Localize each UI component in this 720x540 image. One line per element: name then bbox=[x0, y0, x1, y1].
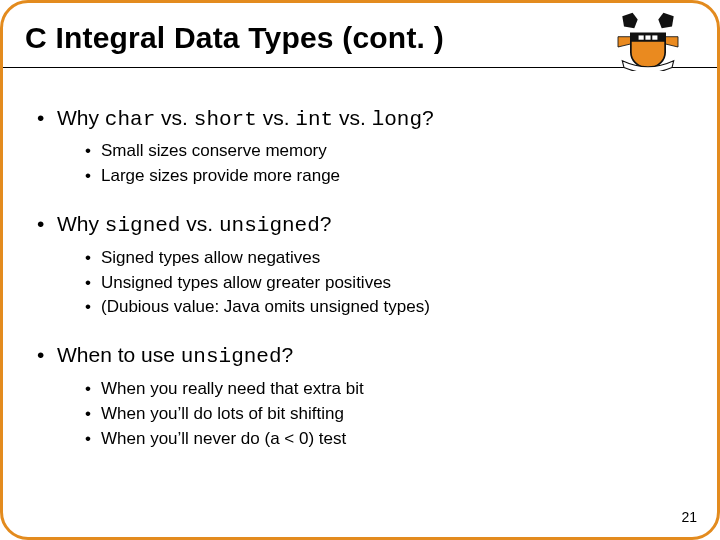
sub-item: Signed types allow negatives bbox=[85, 247, 687, 270]
keyword: signed bbox=[105, 214, 181, 237]
list-item: Why signed vs. unsigned? Signed types al… bbox=[37, 210, 687, 319]
title-row: C Integral Data Types (cont. ) bbox=[3, 3, 717, 68]
slide-title: C Integral Data Types (cont. ) bbox=[25, 21, 695, 55]
sub-item: Unsigned types allow greater positives bbox=[85, 272, 687, 295]
text: ? bbox=[422, 106, 434, 129]
text: vs. bbox=[155, 106, 194, 129]
sub-item: Small sizes conserve memory bbox=[85, 140, 687, 163]
keyword: short bbox=[194, 108, 257, 131]
sub-item: Large sizes provide more range bbox=[85, 165, 687, 188]
sub-item: (Dubious value: Java omits unsigned type… bbox=[85, 296, 687, 319]
text: When to use bbox=[57, 343, 181, 366]
text: Why bbox=[57, 106, 105, 129]
keyword: int bbox=[295, 108, 333, 131]
sub-item: When you’ll never do (a < 0) test bbox=[85, 428, 687, 451]
list-item: Why char vs. short vs. int vs. long? Sma… bbox=[37, 104, 687, 188]
text: vs. bbox=[333, 106, 372, 129]
keyword: unsigned bbox=[219, 214, 320, 237]
text: vs. bbox=[180, 212, 219, 235]
question-line: Why char vs. short vs. int vs. long? bbox=[37, 104, 687, 134]
slide-frame: C Integral Data Types (cont. ) bbox=[0, 0, 720, 540]
keyword: char bbox=[105, 108, 155, 131]
bullet-list: Why char vs. short vs. int vs. long? Sma… bbox=[37, 104, 687, 451]
princeton-shield-icon bbox=[605, 11, 691, 71]
keyword: unsigned bbox=[181, 345, 282, 368]
svg-rect-0 bbox=[639, 35, 644, 39]
slide-content: Why char vs. short vs. int vs. long? Sma… bbox=[3, 68, 717, 483]
keyword: long bbox=[372, 108, 422, 131]
svg-rect-1 bbox=[645, 35, 650, 39]
text: ? bbox=[320, 212, 332, 235]
text: vs. bbox=[257, 106, 296, 129]
text: ? bbox=[282, 343, 294, 366]
page-number: 21 bbox=[681, 509, 697, 525]
question-line: When to use unsigned? bbox=[37, 341, 687, 371]
sub-list: When you really need that extra bit When… bbox=[37, 378, 687, 451]
text: Why bbox=[57, 212, 105, 235]
svg-rect-2 bbox=[652, 35, 657, 39]
sub-list: Small sizes conserve memory Large sizes … bbox=[37, 140, 687, 188]
list-item: When to use unsigned? When you really ne… bbox=[37, 341, 687, 450]
sub-item: When you’ll do lots of bit shifting bbox=[85, 403, 687, 426]
question-line: Why signed vs. unsigned? bbox=[37, 210, 687, 240]
sub-item: When you really need that extra bit bbox=[85, 378, 687, 401]
sub-list: Signed types allow negatives Unsigned ty… bbox=[37, 247, 687, 320]
